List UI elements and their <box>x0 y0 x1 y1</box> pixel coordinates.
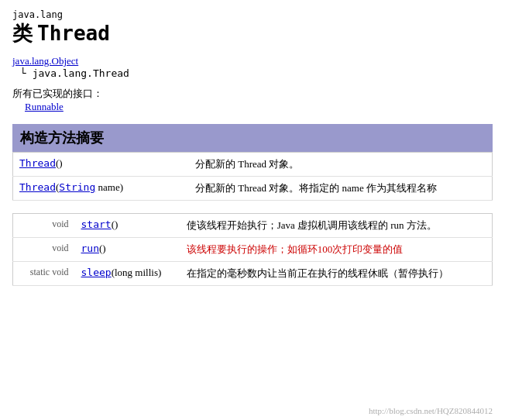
start-params: () <box>112 219 119 230</box>
run-method-link[interactable]: run <box>81 243 99 254</box>
class-hierarchy: java.lang.Object └ java.lang.Thread <box>12 55 493 79</box>
page-container: java.lang 类 Thread java.lang.Object └ ja… <box>0 0 505 420</box>
method-row-run: void run() 该线程要执行的操作；如循环100次打印变量的值 <box>13 238 493 262</box>
constructor-1-signature: Thread() <box>13 153 149 177</box>
constructor-2-link[interactable]: Thread <box>19 181 56 193</box>
child-class: └ java.lang.Thread <box>20 67 493 79</box>
start-method-desc: 使该线程开始执行；Java 虚拟机调用该线程的 run 方法。 <box>180 214 493 238</box>
sleep-return-type: static void <box>13 262 75 286</box>
interfaces-label: 所有已实现的接口： <box>12 88 103 99</box>
sleep-method-desc: 在指定的毫秒数内让当前正在执行的线程休眠（暂停执行） <box>180 262 493 286</box>
class-title: 类 Thread <box>12 20 493 47</box>
sleep-params: (long millis) <box>112 267 162 278</box>
package-name: java.lang <box>12 9 493 20</box>
start-return-type: void <box>13 214 75 238</box>
constructor-2-signature: Thread(String name) <box>13 177 149 201</box>
constructor-1-link[interactable]: Thread <box>19 157 56 169</box>
watermark: http://blog.csdn.net/HQZ820844012 <box>369 406 493 415</box>
class-name: Thread <box>37 22 110 45</box>
constructor-row-1: Thread() 分配新的 Thread 对象。 <box>13 153 493 177</box>
run-return-type: void <box>13 238 75 262</box>
run-params: () <box>99 243 106 254</box>
start-method-link[interactable]: start <box>81 219 112 230</box>
run-method-desc: 该线程要执行的操作；如循环100次打印变量的值 <box>180 238 493 262</box>
method-row-sleep: static void sleep(long millis) 在指定的毫秒数内让… <box>13 262 493 286</box>
constructor-1-params: () <box>56 157 63 169</box>
constructor-section-header: 构造方法摘要 <box>12 124 493 152</box>
class-keyword: 类 <box>12 20 33 47</box>
sleep-method-name: sleep(long millis) <box>75 262 180 286</box>
runnable-link[interactable]: Runnable <box>25 101 493 113</box>
string-type-link[interactable]: String <box>59 181 95 193</box>
constructor-2-desc: 分配新的 Thread 对象。将指定的 name 作为其线程名称 <box>149 177 493 201</box>
method-row-start: void start() 使该线程开始执行；Java 虚拟机调用该线程的 run… <box>13 214 493 238</box>
constructor-2-param-name: name) <box>95 181 123 193</box>
start-method-name: start() <box>75 214 180 238</box>
sleep-method-link[interactable]: sleep <box>81 267 112 278</box>
interfaces-section: 所有已实现的接口： Runnable <box>12 87 493 113</box>
method-table: void start() 使该线程开始执行；Java 虚拟机调用该线程的 run… <box>12 213 493 286</box>
constructor-row-2: Thread(String name) 分配新的 Thread 对象。将指定的 … <box>13 177 493 201</box>
parent-class-link[interactable]: java.lang.Object <box>12 55 78 67</box>
run-method-name: run() <box>75 238 180 262</box>
constructor-table: Thread() 分配新的 Thread 对象。 Thread(String n… <box>12 152 493 201</box>
constructor-1-desc: 分配新的 Thread 对象。 <box>149 153 493 177</box>
